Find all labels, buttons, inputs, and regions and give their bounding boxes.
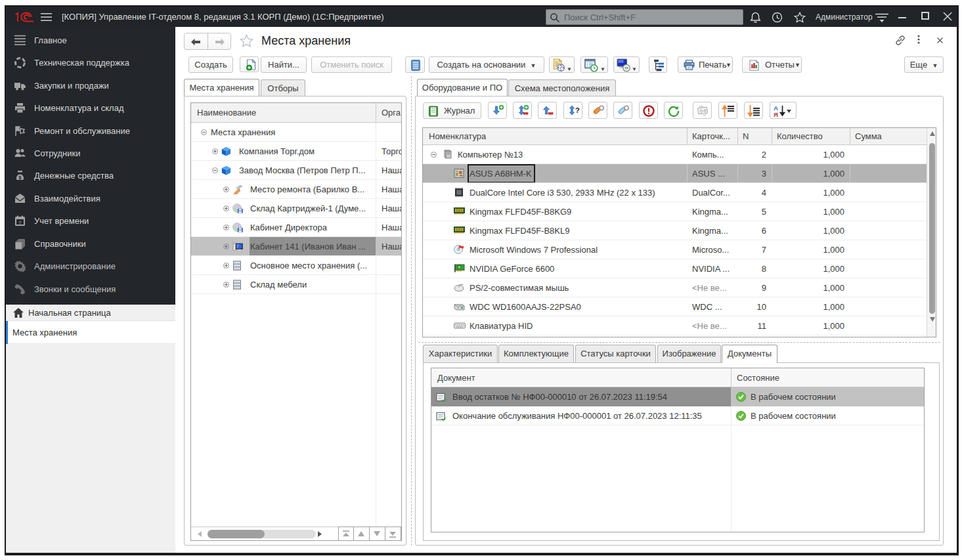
svg-text:$: $ bbox=[18, 175, 22, 181]
svg-text:7: 7 bbox=[18, 220, 22, 226]
svg-text:?: ? bbox=[575, 106, 580, 114]
svg-text:Я: Я bbox=[774, 111, 778, 118]
svg-text:0-9: 0-9 bbox=[700, 108, 707, 114]
